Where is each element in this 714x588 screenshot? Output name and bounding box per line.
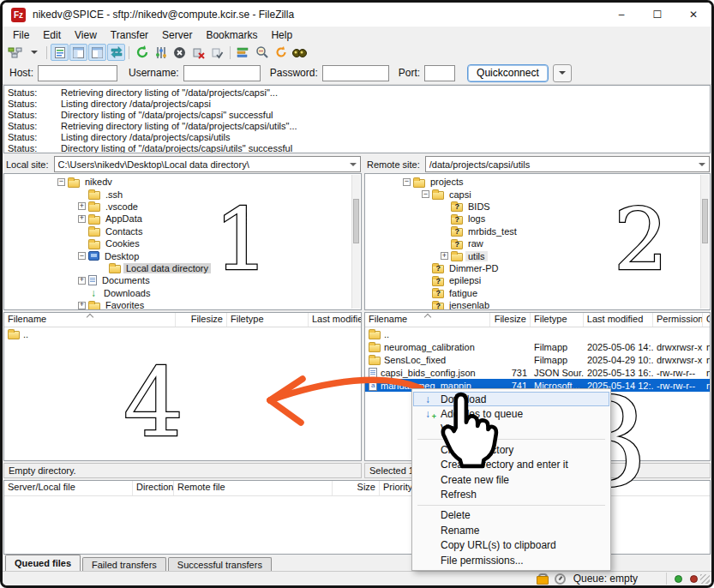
column-header-filename[interactable]: Filename [365, 313, 490, 327]
tree-item[interactable]: epilepsi [365, 274, 710, 286]
menu-item-copy-urls[interactable]: Copy URL(s) to clipboard [413, 538, 609, 553]
menu-file[interactable]: File [6, 29, 36, 41]
remote-treeview-icon[interactable] [88, 44, 106, 61]
tree-item[interactable]: .vscode [4, 201, 361, 213]
file-row[interactable]: capsi_bids_config.json 731 JSON Sour... … [365, 366, 710, 379]
scrollbar[interactable] [351, 175, 360, 309]
expand-icon[interactable] [78, 215, 86, 223]
expand-icon[interactable] [78, 302, 86, 309]
chevron-down-icon[interactable] [699, 163, 705, 166]
close-button[interactable]: ✕ [675, 3, 711, 27]
menu-view[interactable]: View [68, 29, 104, 41]
tree-item[interactable]: jensenlab [365, 299, 710, 310]
cancel-icon[interactable] [171, 44, 189, 61]
tree-item[interactable]: Favorites [4, 299, 361, 310]
tree-item[interactable]: AppData [4, 213, 361, 225]
refresh-icon[interactable] [133, 44, 151, 61]
directory-listing-filters-icon[interactable] [234, 44, 252, 61]
collapse-icon[interactable] [57, 178, 65, 186]
chevron-down-icon[interactable] [350, 163, 357, 166]
column-header-modified[interactable]: Last modified [309, 313, 361, 327]
tree-item[interactable]: nikedv [4, 176, 361, 188]
file-row[interactable]: SensLoc_fixed Filmapp 2025-04-29 10:... … [365, 353, 710, 366]
column-header-permissions[interactable]: Permissions [653, 313, 703, 327]
tree-item[interactable]: Downloads [4, 287, 361, 299]
transfer-queue-icon[interactable] [107, 44, 125, 61]
expand-icon[interactable] [78, 277, 86, 285]
local-path-input[interactable]: C:\Users\nikedv\Desktop\Local data direc… [54, 156, 361, 172]
tree-item[interactable]: mrbids_test [365, 225, 710, 237]
host-input[interactable] [38, 65, 117, 81]
tree-item[interactable]: Contacts [4, 225, 361, 237]
port-input[interactable] [424, 65, 455, 81]
tab-successful-transfers[interactable]: Successful transfers [168, 557, 272, 571]
column-header-filetype[interactable]: Filetype [531, 313, 584, 327]
collapse-icon[interactable] [422, 190, 429, 198]
local-treeview-icon[interactable] [69, 44, 87, 61]
expand-icon[interactable] [441, 252, 448, 260]
tree-item[interactable]: logs [365, 213, 710, 225]
speed-limits-icon[interactable] [555, 573, 566, 585]
resize-grip[interactable] [700, 574, 710, 584]
scrollbar-thumb[interactable] [702, 199, 708, 243]
tree-item[interactable]: projects [365, 176, 710, 188]
menu-item-rename[interactable]: Rename [413, 523, 609, 537]
file-search-icon[interactable] [291, 44, 309, 61]
username-input[interactable] [183, 65, 261, 81]
menu-item-add-files-to-queue[interactable]: Add files to queue [413, 406, 609, 421]
tree-item-selected[interactable]: Local data directory [4, 262, 361, 274]
queue-header-local-file[interactable]: Server/Local file [4, 481, 133, 495]
quickconnect-dropdown[interactable] [553, 64, 572, 82]
file-row[interactable]: .. [4, 327, 361, 340]
minimize-button[interactable]: – [603, 3, 639, 27]
collapse-icon[interactable] [403, 178, 411, 186]
tree-item[interactable]: capsi [365, 188, 710, 200]
menu-item-download[interactable]: Download [413, 392, 609, 406]
column-header-modified[interactable]: Last modified [584, 313, 653, 327]
menu-item-delete[interactable]: Delete [413, 508, 609, 523]
secure-connection-lock-icon[interactable] [537, 573, 547, 585]
tab-failed-transfers[interactable]: Failed transfers [82, 557, 166, 571]
menu-item-create-directory[interactable]: Create directory [413, 442, 609, 457]
queue-header-direction[interactable]: Direction [133, 481, 174, 495]
queue-header-remote-file[interactable]: Remote file [174, 481, 333, 495]
scrollbar-thumb[interactable] [353, 199, 359, 243]
directory-comparison-icon[interactable] [253, 44, 271, 61]
expand-icon[interactable] [78, 202, 86, 210]
menu-server[interactable]: Server [155, 29, 199, 41]
column-header-filesize[interactable]: Filesize [176, 313, 227, 327]
tree-item[interactable]: Dimmer-PD [365, 262, 710, 274]
maximize-button[interactable]: ☐ [639, 3, 675, 27]
remote-path-input[interactable]: /data/projects/capsi/utils [425, 156, 710, 172]
tree-item[interactable]: .ssh [4, 188, 361, 200]
file-row[interactable]: neuromag_calibration Filmapp 2025-05-06 … [365, 340, 710, 353]
tree-item[interactable]: BIDS [365, 201, 710, 213]
tree-item-selected[interactable]: utils [365, 249, 710, 261]
site-manager-icon[interactable] [6, 44, 24, 61]
menu-edit[interactable]: Edit [36, 29, 68, 41]
column-header-filetype[interactable]: Filetype [227, 313, 309, 327]
tree-item[interactable]: Cookies [4, 237, 361, 249]
site-manager-dropdown-icon[interactable] [25, 44, 43, 61]
disconnect-icon[interactable] [189, 44, 207, 61]
collapse-icon[interactable] [78, 252, 86, 260]
file-row[interactable]: .. [365, 327, 710, 340]
menu-item-refresh[interactable]: Refresh [413, 487, 609, 501]
tab-queued-files[interactable]: Queued files [5, 555, 81, 571]
process-queue-icon[interactable] [152, 44, 170, 61]
queue-header-size[interactable]: Size [333, 481, 380, 495]
tree-item[interactable]: Desktop [4, 249, 361, 261]
tree-item[interactable]: Documents [4, 274, 361, 286]
menu-item-create-new-file[interactable]: Create new file [413, 472, 609, 487]
menu-help[interactable]: Help [264, 29, 299, 41]
synchronized-browsing-icon[interactable] [272, 44, 290, 61]
tree-item[interactable]: raw [365, 237, 710, 249]
column-header-filename[interactable]: Filename [4, 313, 176, 327]
menu-transfer[interactable]: Transfer [104, 29, 155, 41]
column-header-owner[interactable]: Ow [703, 313, 710, 327]
scrollbar[interactable] [700, 175, 709, 309]
menu-bookmarks[interactable]: Bookmarks [199, 29, 264, 41]
menu-item-view-edit[interactable]: View/Edit [413, 422, 609, 436]
password-input[interactable] [322, 65, 389, 81]
reconnect-icon[interactable] [208, 44, 226, 61]
